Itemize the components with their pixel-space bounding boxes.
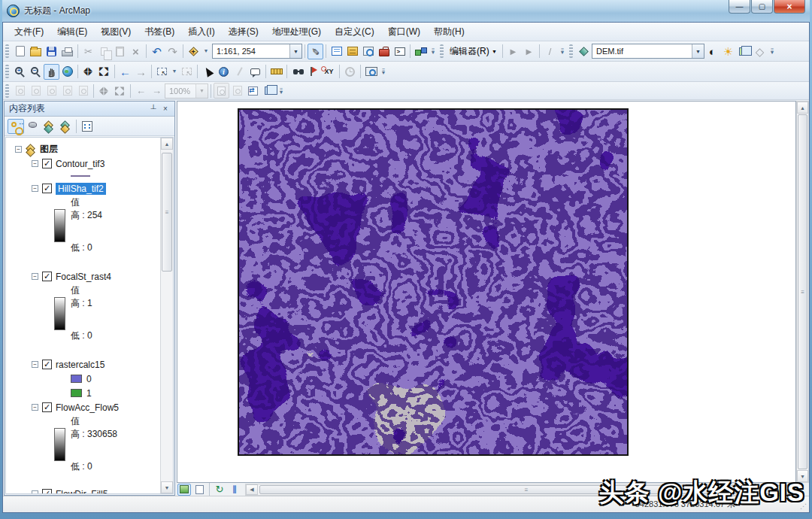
editor-toolbar-grip[interactable]: [440, 44, 444, 58]
zoom-out-button[interactable]: −: [28, 64, 44, 80]
python-window-button[interactable]: [392, 44, 408, 59]
scroll-up-arrow[interactable]: ▲: [797, 102, 808, 114]
zoom-in-button[interactable]: +: [12, 64, 28, 80]
layer-checkbox[interactable]: ✓: [42, 360, 52, 369]
menu-insert[interactable]: 插入(I): [181, 23, 221, 41]
editor-overflow[interactable]: =▼: [558, 48, 567, 54]
layout-view-button[interactable]: [192, 484, 206, 496]
find-route-button[interactable]: [305, 64, 321, 80]
pan-page-button[interactable]: [44, 83, 59, 99]
time-slider-button[interactable]: [342, 64, 358, 80]
layer-row-rastercalc[interactable]: − ✓ rastercalc15: [6, 357, 173, 372]
swipe-layer-button[interactable]: [736, 44, 752, 59]
editor-toolbar-button[interactable]: ✎: [308, 44, 323, 59]
open-button[interactable]: [28, 44, 44, 59]
menu-bookmarks[interactable]: 书签(B): [138, 23, 181, 41]
find-button[interactable]: [289, 64, 305, 80]
copy-button[interactable]: [96, 44, 112, 59]
select-elements-button[interactable]: [200, 64, 216, 80]
editor-menu-button[interactable]: 编辑器(R) ▼: [447, 44, 500, 59]
effects-layer-dropdown-icon[interactable]: ▼: [692, 44, 704, 58]
new-document-button[interactable]: [12, 44, 28, 59]
sketch-tool-button[interactable]: /: [542, 44, 558, 59]
effects-toolbar-grip[interactable]: [569, 44, 573, 58]
add-data-dropdown[interactable]: ▼: [201, 50, 211, 53]
toc-scrollbar-thumb[interactable]: ≡: [162, 153, 172, 272]
pan-button[interactable]: [44, 64, 59, 80]
layer-name[interactable]: rastercalc15: [56, 360, 105, 370]
fixed-zoom-in-button[interactable]: ◢◣◥◤: [80, 64, 96, 80]
collapse-icon[interactable]: −: [32, 490, 38, 494]
layer-row-hillshade[interactable]: − ✓ HillSha_tif2: [6, 181, 173, 196]
forward-page-button[interactable]: →: [149, 83, 165, 99]
list-by-drawing-order-button[interactable]: [8, 119, 24, 134]
menu-help[interactable]: 帮助(H): [427, 23, 471, 41]
minimize-button[interactable]: —: [729, 0, 750, 14]
toggle-draft-mode-button[interactable]: [214, 83, 229, 99]
list-by-visibility-button[interactable]: [41, 119, 57, 134]
select-features-dropdown[interactable]: ▼: [170, 70, 179, 73]
data-view-button[interactable]: [177, 484, 191, 496]
title-bar[interactable]: 无标题 - ArcMap — ▢ ×: [2, 0, 810, 22]
collapse-icon[interactable]: −: [15, 146, 22, 153]
data-driven-pages-button[interactable]: [261, 83, 277, 99]
list-by-selection-button[interactable]: [57, 119, 74, 134]
list-by-source-button[interactable]: [24, 119, 41, 134]
toc-pin-icon[interactable]: ┴: [147, 103, 159, 114]
back-extent-button[interactable]: ←: [117, 64, 133, 80]
layer-name[interactable]: FlowAcc_Flow5: [56, 402, 119, 413]
layer-name-selected[interactable]: HillSha_tif2: [56, 183, 106, 195]
layout-toolbar-grip[interactable]: [5, 84, 9, 98]
identify-button[interactable]: i: [216, 64, 232, 80]
edit-annotation-button[interactable]: ►: [521, 44, 537, 59]
layout-overflow[interactable]: =▼: [277, 88, 286, 94]
go-to-xy-button[interactable]: XY: [321, 64, 337, 80]
viewer-window-button[interactable]: [363, 64, 379, 80]
layer-checkbox[interactable]: ✓: [42, 489, 52, 494]
toc-options-button[interactable]: [79, 119, 95, 134]
layer-name[interactable]: FlowDir_Fill5: [56, 489, 108, 495]
collapse-icon[interactable]: −: [32, 185, 38, 192]
full-extent-button[interactable]: [59, 64, 75, 80]
tools-toolbar-grip[interactable]: [5, 65, 9, 78]
select-features-button[interactable]: [154, 64, 170, 80]
menu-edit[interactable]: 编辑(E): [50, 23, 94, 41]
maximize-button[interactable]: ▢: [751, 0, 773, 14]
save-button[interactable]: [44, 44, 59, 59]
paste-button[interactable]: [112, 44, 128, 59]
toc-header[interactable]: 内容列表 ┴ ×: [5, 102, 174, 117]
focus-data-frame-button[interactable]: [229, 83, 245, 99]
map-canvas[interactable]: [177, 101, 796, 483]
change-layout-button[interactable]: [245, 83, 261, 99]
transparency-button[interactable]: ◇: [752, 44, 768, 59]
brightness-button[interactable]: ☀: [720, 44, 736, 59]
delete-button[interactable]: ×: [128, 44, 144, 59]
layer-row-flowacc[interactable]: − ✓ FlowAcc_Flow5: [6, 400, 173, 414]
zoom-out-page-button[interactable]: [28, 83, 44, 99]
hyperlink-button[interactable]: [232, 64, 247, 80]
collapse-icon[interactable]: −: [32, 273, 38, 280]
layer-row-flowdir[interactable]: − ✓ FlowDir_Fill5: [6, 487, 173, 494]
forward-extent-button[interactable]: →: [133, 64, 149, 80]
collapse-icon[interactable]: −: [32, 361, 38, 368]
undo-button[interactable]: ↶: [149, 44, 165, 59]
effects-overflow[interactable]: =▼: [768, 48, 777, 54]
page-zoom-dropdown-icon[interactable]: ▼: [195, 84, 208, 98]
toolbar-overflow[interactable]: =▼: [429, 48, 438, 54]
print-button[interactable]: [59, 44, 75, 59]
fixed-zoom-in-page-button[interactable]: ◢◣◥◤: [96, 83, 112, 99]
clear-selection-button[interactable]: [179, 64, 195, 80]
layer-name[interactable]: FocalSt_rast4: [56, 272, 111, 282]
map-raster[interactable]: [238, 108, 629, 456]
menu-customize[interactable]: 自定义(C): [328, 23, 381, 41]
modelbuilder-button[interactable]: [413, 44, 429, 59]
layer-row-contour[interactable]: − ✓ Contour_tif3: [6, 156, 173, 171]
catalog-window-button[interactable]: [344, 44, 360, 59]
refresh-view-button[interactable]: ↻: [213, 484, 226, 496]
arctoolbox-button[interactable]: [376, 44, 392, 59]
layer-checkbox[interactable]: ✓: [42, 402, 52, 412]
layer-checkbox[interactable]: ✓: [42, 272, 52, 281]
map-scale-combo[interactable]: 1:161, 254 ▼: [212, 44, 302, 59]
menu-window[interactable]: 窗口(W): [381, 23, 427, 41]
zoom-100-button[interactable]: [75, 83, 91, 99]
